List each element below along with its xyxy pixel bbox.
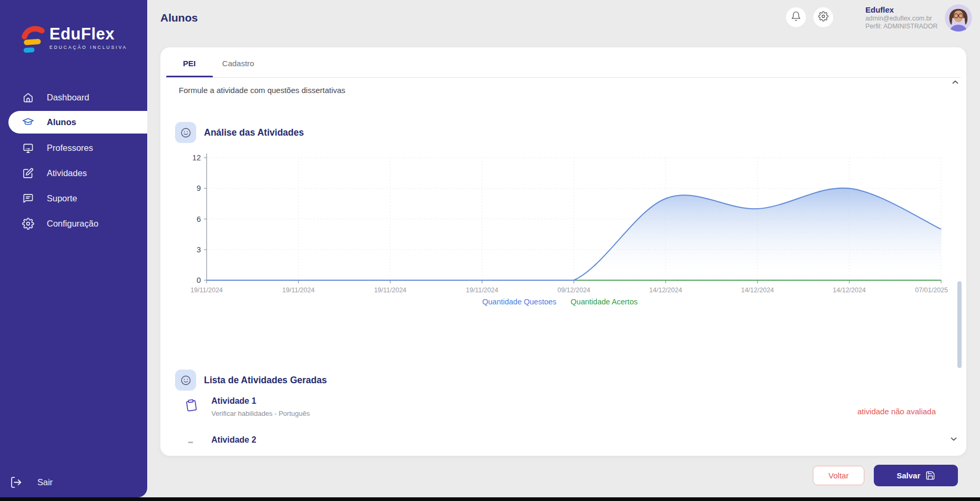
sidebar-item-atividades[interactable]: Atividades [0, 160, 147, 186]
svg-text:9: 9 [197, 184, 201, 192]
sidebar-nav: Dashboard Alunos Professores Atividades [0, 85, 147, 236]
sidebar-item-alunos[interactable]: Alunos [8, 111, 147, 134]
svg-text:0: 0 [197, 276, 201, 284]
chevron-down-icon[interactable] [949, 434, 958, 444]
svg-text:07/01/2025: 07/01/2025 [915, 287, 948, 294]
sidebar-item-label: Configuração [47, 219, 98, 229]
legend-quantidade-acertos[interactable]: Quantidade Acertos [570, 298, 637, 306]
edit-icon [22, 167, 34, 179]
activities-chart: 03691219/11/202419/11/202419/11/202419/1… [160, 47, 966, 456]
logout-icon [9, 476, 23, 489]
svg-text:6: 6 [197, 215, 201, 223]
activity-status-badge: atividade não avaliada [858, 407, 936, 416]
list-section-header: Lista de Atividades Geradas [175, 370, 327, 391]
sidebar-item-suporte[interactable]: Suporte [0, 186, 147, 211]
tab-cadastro[interactable]: Cadastro [217, 59, 259, 68]
activity-subtitle: Verificar habilidades - Português [211, 410, 310, 417]
chevron-up-icon[interactable] [951, 77, 960, 87]
svg-text:3: 3 [197, 246, 201, 254]
svg-text:19/11/2024: 19/11/2024 [466, 287, 498, 294]
user-profile: Perfil: ADMINISTRADOR [865, 23, 943, 30]
save-button[interactable]: Salvar [874, 465, 958, 486]
sidebar-item-dashboard[interactable]: Dashboard [0, 85, 147, 110]
gear-icon [22, 218, 34, 230]
legend-quantidade-questoes[interactable]: Quantidade Questoes [482, 298, 556, 306]
sidebar: EduFlex EDUCAÇÃO INCLUSIVA Dashboard Alu… [0, 0, 147, 497]
notifications-button[interactable] [786, 7, 806, 27]
chart-legend: Quantidade Questoes Quantidade Acertos [197, 298, 923, 306]
back-button[interactable]: Voltar [813, 466, 864, 485]
back-button-label: Voltar [829, 471, 849, 480]
svg-text:14/12/2024: 14/12/2024 [833, 287, 866, 294]
chat-icon [22, 192, 34, 205]
home-icon [22, 91, 34, 104]
sidebar-item-professores[interactable]: Professores [0, 135, 147, 160]
svg-text:19/11/2024: 19/11/2024 [374, 287, 406, 294]
svg-text:09/12/2024: 09/12/2024 [557, 287, 590, 294]
sidebar-item-label: Atividades [47, 168, 87, 178]
clipboard-icon [185, 398, 198, 412]
logout-label: Sair [37, 477, 53, 487]
clipped-activity-icon [188, 442, 193, 443]
user-email: admin@eduflex.com.br [865, 15, 943, 23]
smiley-icon [175, 122, 196, 143]
smiley-icon [175, 370, 196, 391]
save-button-label: Salvar [896, 471, 920, 480]
activity-item-2[interactable]: Atividade 2 [211, 435, 256, 444]
sidebar-item-label: Professores [47, 143, 93, 153]
instruction-text: Formule a atividade com questões dissert… [179, 86, 345, 95]
chart-section-header: Análise das Atividades [175, 122, 304, 143]
user-info: Eduflex admin@eduflex.com.br Perfil: ADM… [865, 5, 943, 30]
user-name: Eduflex [865, 5, 943, 14]
svg-text:19/11/2024: 19/11/2024 [190, 287, 223, 294]
logout-button[interactable]: Sair [9, 476, 53, 489]
list-section-title: Lista de Atividades Geradas [204, 375, 327, 386]
sidebar-item-label: Dashboard [47, 93, 89, 103]
window-edge [0, 497, 980, 501]
page-title: Alunos [160, 12, 198, 24]
svg-text:14/12/2024: 14/12/2024 [649, 287, 682, 294]
svg-text:12: 12 [192, 154, 201, 162]
brand-name: EduFlex [49, 25, 127, 43]
chart-section-title: Análise das Atividades [204, 127, 304, 138]
save-icon [925, 471, 935, 480]
sidebar-item-label: Alunos [47, 117, 76, 127]
eduflex-logo-icon [20, 25, 45, 57]
settings-button[interactable] [813, 7, 833, 27]
tab-divider [166, 77, 961, 78]
monitor-icon [22, 142, 34, 154]
activity-title: Atividade 1 [211, 396, 256, 406]
scrollbar-thumb[interactable] [957, 281, 962, 368]
tab-pei[interactable]: PEI [176, 59, 202, 68]
svg-text:14/12/2024: 14/12/2024 [741, 287, 774, 294]
bell-icon [791, 11, 801, 24]
sidebar-item-label: Suporte [47, 193, 77, 203]
avatar[interactable] [945, 4, 972, 32]
sidebar-item-configuracao[interactable]: Configuração [0, 211, 147, 236]
brand-logo: EduFlex EDUCAÇÃO INCLUSIVA [20, 25, 127, 57]
app-window: EduFlex EDUCAÇÃO INCLUSIVA Dashboard Alu… [0, 0, 980, 501]
graduation-cap-icon [22, 116, 34, 128]
svg-text:19/11/2024: 19/11/2024 [282, 287, 315, 294]
content-card: PEI Cadastro Formule a atividade com que… [160, 47, 966, 456]
brand-tagline: EDUCAÇÃO INCLUSIVA [49, 45, 127, 50]
gear-icon [818, 11, 829, 24]
